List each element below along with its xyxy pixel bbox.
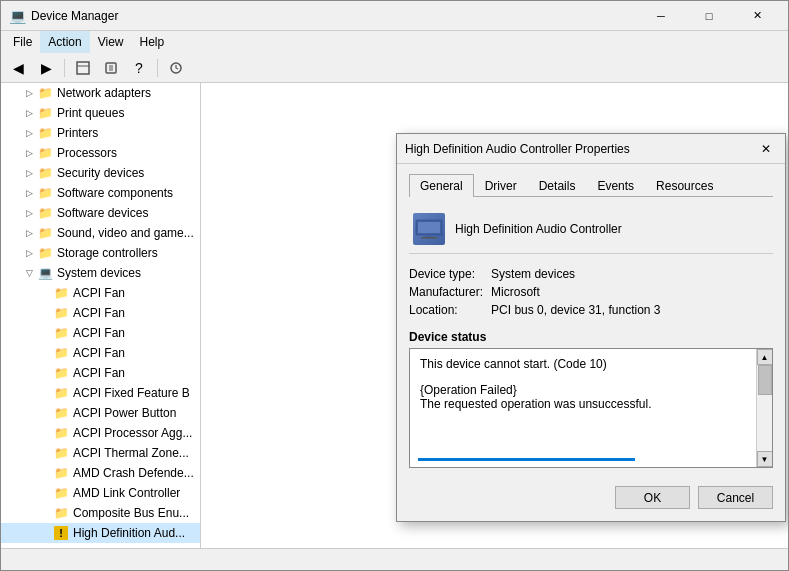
tree-label: Security devices <box>57 166 144 180</box>
device-icon: 📁 <box>53 465 69 481</box>
expand-icon: ▷ <box>21 165 37 181</box>
properties-table: Device type: System devices Manufacturer… <box>409 262 773 322</box>
prop-label-manufacturer: Manufacturer: <box>409 284 483 300</box>
dialog-overlay: High Definition Audio Controller Propert… <box>201 83 788 548</box>
tree-item-print-queues[interactable]: ▷ 📁 Print queues <box>1 103 200 123</box>
tree-label: Processors <box>57 146 117 160</box>
tree-item-security[interactable]: ▷ 📁 Security devices <box>1 163 200 183</box>
tree-item-acpi-power[interactable]: 📁 ACPI Power Button <box>1 403 200 423</box>
expand-icon <box>37 485 53 501</box>
tree-item-storage[interactable]: ▷ 📁 Storage controllers <box>1 243 200 263</box>
folder-icon: 📁 <box>37 145 53 161</box>
tree-item-system-devices[interactable]: ▽ 💻 System devices <box>1 263 200 283</box>
menu-bar: File Action View Help <box>1 31 788 53</box>
ok-button[interactable]: OK <box>615 486 690 509</box>
tree-label: AMD Crash Defende... <box>73 466 194 480</box>
expand-icon <box>37 385 53 401</box>
tree-item-acpi-processor[interactable]: 📁 ACPI Processor Agg... <box>1 423 200 443</box>
tree-label: AMD Link Controller <box>73 486 180 500</box>
tree-label: Storage controllers <box>57 246 158 260</box>
device-icon: 📁 <box>53 445 69 461</box>
help-button[interactable]: ? <box>126 56 152 80</box>
tree-label: High Definition Aud... <box>73 526 185 540</box>
tree-item-amd-link[interactable]: 📁 AMD Link Controller <box>1 483 200 503</box>
cancel-button[interactable]: Cancel <box>698 486 773 509</box>
maximize-button[interactable]: □ <box>686 5 732 27</box>
tree-item-network[interactable]: ▷ 📁 Network adapters <box>1 83 200 103</box>
tree-label: ACPI Fan <box>73 306 125 320</box>
status-indicator-line <box>418 458 635 461</box>
tree-item-acpi-fan-2[interactable]: 📁 ACPI Fan <box>1 303 200 323</box>
app-icon: 💻 <box>9 8 25 24</box>
tree-item-sound[interactable]: ▷ 📁 Sound, video and game... <box>1 223 200 243</box>
folder-icon: 📁 <box>37 225 53 241</box>
status-text-line2: {Operation Failed} <box>420 383 746 397</box>
menu-help[interactable]: Help <box>132 31 173 53</box>
scroll-thumb[interactable] <box>758 365 772 395</box>
menu-file[interactable]: File <box>5 31 40 53</box>
menu-view[interactable]: View <box>90 31 132 53</box>
back-button[interactable]: ◀ <box>5 56 31 80</box>
expand-icon <box>37 405 53 421</box>
tree-label: System devices <box>57 266 141 280</box>
expand-icon <box>37 465 53 481</box>
svg-text:!: ! <box>59 527 63 539</box>
folder-icon: 📁 <box>37 245 53 261</box>
tab-driver[interactable]: Driver <box>474 174 528 197</box>
expand-icon <box>37 525 53 541</box>
tree-item-amd-crash[interactable]: 📁 AMD Crash Defende... <box>1 463 200 483</box>
menu-action[interactable]: Action <box>40 31 89 53</box>
tab-events[interactable]: Events <box>586 174 645 197</box>
tree-item-high-def-audio[interactable]: ! High Definition Aud... <box>1 523 200 543</box>
tree-panel[interactable]: ▷ 📁 Network adapters ▷ 📁 Print queues ▷ … <box>1 83 201 548</box>
main-window: 💻 Device Manager ─ □ ✕ File Action View … <box>0 0 789 571</box>
expand-icon <box>37 345 53 361</box>
prop-value-manufacturer: Microsoft <box>491 284 773 300</box>
tree-item-composite-bus[interactable]: 📁 Composite Bus Enu... <box>1 503 200 523</box>
tree-item-acpi-thermal[interactable]: 📁 ACPI Thermal Zone... <box>1 443 200 463</box>
tree-item-processors[interactable]: ▷ 📁 Processors <box>1 143 200 163</box>
expand-icon <box>37 425 53 441</box>
device-status-section: Device status This device cannot start. … <box>409 330 773 468</box>
close-button[interactable]: ✕ <box>734 5 780 27</box>
dialog-title: High Definition Audio Controller Propert… <box>405 142 755 156</box>
tree-item-acpi-fan-1[interactable]: 📁 ACPI Fan <box>1 283 200 303</box>
status-text-line1: This device cannot start. (Code 10) <box>420 357 746 371</box>
scan-changes-button[interactable] <box>163 56 189 80</box>
tree-item-software-components[interactable]: ▷ 📁 Software components <box>1 183 200 203</box>
tree-item-acpi-fan-3[interactable]: 📁 ACPI Fan <box>1 323 200 343</box>
properties-dialog: High Definition Audio Controller Propert… <box>396 133 786 522</box>
prop-label-location: Location: <box>409 302 483 318</box>
content-area: ▷ 📁 Network adapters ▷ 📁 Print queues ▷ … <box>1 83 788 548</box>
tree-label: ACPI Thermal Zone... <box>73 446 189 460</box>
prop-value-device-type: System devices <box>491 266 773 282</box>
tab-general[interactable]: General <box>409 174 474 197</box>
expand-icon: ▷ <box>21 225 37 241</box>
tree-item-software-devices[interactable]: ▷ 📁 Software devices <box>1 203 200 223</box>
tree-item-printers[interactable]: ▷ 📁 Printers <box>1 123 200 143</box>
window-title: Device Manager <box>31 9 638 23</box>
device-icon: 📁 <box>53 425 69 441</box>
device-icon: 📁 <box>53 505 69 521</box>
minimize-button[interactable]: ─ <box>638 5 684 27</box>
forward-button[interactable]: ▶ <box>33 56 59 80</box>
device-icon: 📁 <box>53 365 69 381</box>
device-icon: 📁 <box>53 485 69 501</box>
tree-item-acpi-fixed[interactable]: 📁 ACPI Fixed Feature B <box>1 383 200 403</box>
tree-item-acpi-fan-4[interactable]: 📁 ACPI Fan <box>1 343 200 363</box>
scroll-up-button[interactable]: ▲ <box>757 349 773 365</box>
tree-label: Software components <box>57 186 173 200</box>
properties-button[interactable] <box>98 56 124 80</box>
dialog-tabs: General Driver Details Events Resources <box>409 174 773 197</box>
scroll-down-button[interactable]: ▼ <box>757 451 773 467</box>
folder-icon: 📁 <box>37 165 53 181</box>
folder-icon: 📁 <box>37 205 53 221</box>
dialog-close-button[interactable]: ✕ <box>755 138 777 160</box>
expand-icon <box>37 305 53 321</box>
tab-resources[interactable]: Resources <box>645 174 724 197</box>
tree-item-acpi-fan-5[interactable]: 📁 ACPI Fan <box>1 363 200 383</box>
show-hide-button[interactable] <box>70 56 96 80</box>
expand-icon <box>37 325 53 341</box>
tab-details[interactable]: Details <box>528 174 587 197</box>
device-icon: 📁 <box>53 305 69 321</box>
